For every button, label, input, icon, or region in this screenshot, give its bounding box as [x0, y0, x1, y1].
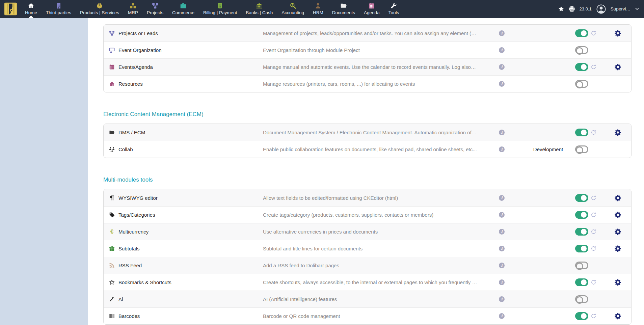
reload-icon[interactable]	[591, 246, 596, 251]
module-row: Bookmarks & Shortcuts Create shortcuts, …	[104, 274, 631, 291]
nav-item-label: Home	[25, 10, 37, 15]
info-icon[interactable]	[499, 246, 505, 251]
module-toggle[interactable]	[575, 80, 588, 88]
module-name-label: Projects or Leads	[118, 30, 158, 36]
presentation-icon	[109, 47, 115, 53]
reload-icon[interactable]	[591, 30, 596, 36]
module-name-label: Subtotals	[118, 246, 140, 251]
module-toggle[interactable]	[575, 228, 588, 236]
module-version-badge	[521, 274, 575, 291]
module-version-badge	[521, 76, 575, 92]
star-icon[interactable]	[558, 6, 564, 12]
gear-icon[interactable]	[614, 30, 621, 37]
user-tie-icon	[315, 2, 321, 9]
nav-item-billing-payment[interactable]: $ Billing | Payment	[199, 0, 241, 18]
module-description: Manage resources (printers, cars, rooms,…	[263, 81, 415, 87]
module-toggle[interactable]	[575, 194, 588, 202]
info-icon[interactable]	[499, 279, 505, 285]
info-icon[interactable]	[499, 130, 505, 135]
module-toggle[interactable]	[575, 129, 588, 136]
chevron-down-icon[interactable]	[635, 7, 639, 11]
reload-icon[interactable]	[591, 212, 596, 218]
module-toggle[interactable]	[575, 245, 588, 252]
user-circle-icon[interactable]	[596, 4, 606, 14]
folder-open-icon	[340, 2, 347, 9]
gear-icon[interactable]	[614, 129, 621, 136]
gear-icon[interactable]	[614, 228, 621, 235]
module-toggle[interactable]	[575, 211, 588, 219]
nav-item-label: Banks | Cash	[246, 10, 273, 15]
gear-icon[interactable]	[614, 211, 621, 218]
gear-icon[interactable]	[614, 194, 621, 201]
reload-icon[interactable]	[591, 279, 596, 285]
reload-icon[interactable]	[591, 313, 596, 319]
invoice-dollar-icon: $	[217, 2, 223, 9]
printer-icon[interactable]	[569, 6, 575, 12]
gear-icon[interactable]	[614, 245, 621, 252]
info-icon[interactable]	[499, 229, 505, 235]
module-name-label: Multicurrency	[118, 229, 149, 235]
nav-item-accounting[interactable]: $ Accounting	[277, 0, 308, 18]
module-toggle[interactable]	[575, 262, 588, 269]
module-toggle[interactable]	[575, 295, 588, 303]
nav-item-tools[interactable]: Tools	[384, 0, 404, 18]
module-setup-content: Projects or Leads Management of projects…	[88, 18, 644, 325]
nav-item-label: Documents	[332, 10, 355, 15]
module-name-label: WYSIWYG editor	[118, 195, 158, 201]
module-toggle[interactable]	[575, 46, 588, 54]
info-icon[interactable]	[499, 47, 505, 53]
nav-item-label: Projects	[147, 10, 163, 15]
module-version-badge	[521, 240, 575, 257]
info-icon[interactable]	[499, 212, 505, 218]
info-icon[interactable]	[499, 296, 505, 302]
reload-icon[interactable]	[591, 64, 596, 70]
module-toggle[interactable]	[575, 63, 588, 71]
nav-item-third-parties[interactable]: Third parties	[42, 0, 76, 18]
gear-icon[interactable]	[614, 63, 621, 71]
module-name-label: Bookmarks & Shortcuts	[118, 279, 171, 285]
nav-item-agenda[interactable]: Agenda	[359, 0, 384, 18]
sitemap-icon	[152, 2, 159, 9]
tag-icon	[109, 212, 115, 218]
user-name-label[interactable]: Supervi…	[611, 6, 630, 11]
section-title: Electronic Content Management (ECM)	[103, 111, 632, 118]
module-row: Collab Enable public collaboration featu…	[104, 141, 631, 158]
info-icon[interactable]	[499, 313, 505, 319]
info-icon[interactable]	[499, 64, 505, 70]
nav-item-label: Tools	[388, 10, 399, 15]
module-row: WYSIWYG editor Allow text fields to be e…	[104, 189, 631, 206]
main-menu: Home Third parties Products | Services M…	[21, 0, 403, 18]
gear-icon[interactable]	[614, 313, 621, 320]
nav-item-home[interactable]: Home	[21, 0, 42, 18]
info-icon[interactable]	[499, 30, 505, 36]
info-icon[interactable]	[499, 146, 505, 152]
module-toggle[interactable]	[575, 29, 588, 37]
info-icon[interactable]	[499, 195, 505, 201]
reload-icon[interactable]	[591, 229, 596, 235]
nav-item-mrp[interactable]: MRP	[124, 0, 142, 18]
nav-item-hrm[interactable]: HRM	[308, 0, 328, 18]
nav-item-commerce[interactable]: Commerce	[168, 0, 199, 18]
info-icon[interactable]	[499, 263, 505, 268]
reload-icon[interactable]	[591, 195, 596, 201]
module-name-label: Resources	[118, 81, 143, 87]
module-toggle[interactable]	[575, 278, 588, 286]
module-toggle[interactable]	[575, 145, 588, 153]
module-toggle[interactable]	[575, 312, 588, 320]
nav-item-products-services[interactable]: Products | Services	[76, 0, 124, 18]
version-label: 23.0.1	[580, 6, 592, 11]
info-icon[interactable]	[499, 81, 505, 87]
nav-item-projects[interactable]: Projects	[142, 0, 168, 18]
reload-icon[interactable]	[591, 130, 596, 135]
dolibarr-logo-icon[interactable]	[4, 2, 17, 16]
nav-item-label: Accounting	[281, 10, 304, 15]
module-description: Use alternative currencies in prices and…	[263, 229, 378, 235]
module-version-badge	[521, 257, 575, 274]
module-name-label: Barcodes	[118, 313, 140, 319]
nav-item-documents[interactable]: Documents	[328, 0, 359, 18]
nav-item-banks-cash[interactable]: Banks | Cash	[241, 0, 277, 18]
module-version-badge	[521, 207, 575, 223]
gear-icon[interactable]	[614, 279, 621, 286]
module-description: Allow text fields to be edited/formatted…	[263, 195, 398, 201]
nav-item-label: Agenda	[364, 10, 380, 15]
